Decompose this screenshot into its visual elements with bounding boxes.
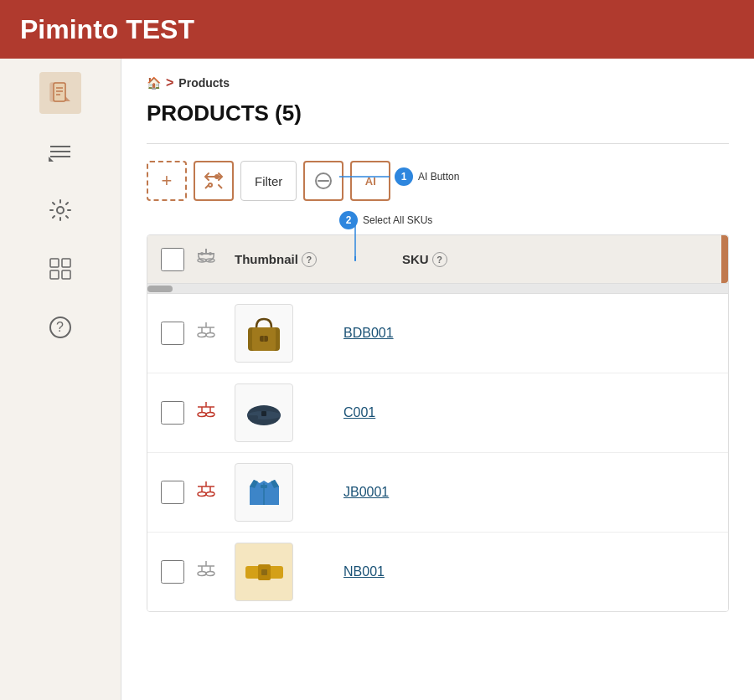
svg-rect-1	[54, 83, 65, 101]
table-section: 2 Select All SKUs	[147, 234, 729, 612]
sku-column-header: SKU ?	[402, 252, 715, 267]
scroll-indicator	[721, 235, 728, 283]
thumbnail-column-header: Thumbnail ?	[235, 252, 385, 267]
svg-rect-59	[261, 485, 267, 488]
sku-help-icon[interactable]: ?	[432, 252, 447, 267]
scrollbar-thumb[interactable]	[147, 286, 173, 292]
sku-link-bdb001[interactable]: BDB001	[343, 326, 394, 341]
table-row: BDB001	[147, 294, 728, 373]
breadcrumb-home[interactable]: 🏠	[147, 76, 161, 90]
annotation-number-2: 2	[339, 211, 358, 229]
horizontal-scrollbar[interactable]	[147, 284, 728, 294]
svg-rect-68	[261, 569, 267, 575]
svg-point-43	[206, 412, 214, 416]
svg-rect-11	[50, 259, 59, 267]
sidebar-item-products[interactable]	[39, 72, 81, 114]
thumbnail-bdb001	[235, 304, 293, 363]
divider	[147, 143, 729, 144]
svg-point-42	[198, 412, 206, 416]
sku-link-jb0001[interactable]: JB0001	[343, 485, 389, 500]
svg-rect-13	[50, 270, 59, 279]
thumbnail-label: Thumbnail	[235, 252, 298, 266]
compare-button[interactable]	[194, 161, 234, 201]
page-title: PRODUCTS (5)	[147, 100, 729, 126]
table-row: NB001	[147, 533, 728, 611]
svg-rect-48	[248, 415, 258, 419]
app-title: Piminto TEST	[20, 14, 194, 45]
annotation-label-1: AI Button	[418, 171, 459, 183]
row-checkbox-c001[interactable]	[161, 401, 184, 425]
select-all-annotation: 2 Select All SKUs	[339, 211, 432, 229]
sidebar-item-layers[interactable]	[39, 131, 81, 172]
annotation-arrow-3	[147, 492, 147, 493]
row-compare-icon-c001[interactable]	[194, 399, 218, 427]
sku-label: SKU	[402, 252, 429, 266]
main-layout: ? 🏠 > Products PRODUCTS (5) + Filter	[0, 59, 754, 700]
sidebar-item-settings[interactable]	[39, 189, 81, 231]
header-scale-icon	[194, 245, 218, 273]
ai-button-annotation: 1 AI Button	[339, 167, 459, 186]
sku-link-c001[interactable]: C001	[343, 405, 375, 420]
svg-rect-49	[261, 411, 266, 416]
svg-point-33	[206, 332, 214, 337]
filter-button[interactable]: Filter	[240, 161, 297, 201]
annotation-number-1: 1	[395, 167, 413, 186]
svg-point-62	[198, 571, 206, 575]
row-checkbox-jb0001[interactable]	[161, 481, 184, 504]
thumbnail-help-icon[interactable]: ?	[302, 252, 317, 267]
row-checkbox-bdb001[interactable]	[161, 322, 184, 345]
svg-marker-5	[65, 96, 70, 101]
main-content: 🏠 > Products PRODUCTS (5) + Filter	[121, 59, 754, 700]
svg-point-10	[57, 207, 64, 214]
breadcrumb: 🏠 > Products	[147, 75, 729, 90]
svg-point-26	[200, 252, 204, 255]
table-row: C001	[147, 373, 728, 453]
add-button[interactable]: +	[147, 161, 187, 201]
svg-point-63	[206, 571, 214, 575]
app-header: Piminto TEST	[0, 0, 754, 59]
svg-rect-14	[62, 270, 70, 279]
row-compare-icon-bdb001[interactable]	[194, 320, 218, 347]
svg-text:?: ?	[56, 320, 64, 334]
breadcrumb-separator: >	[166, 75, 173, 90]
svg-rect-12	[62, 259, 70, 267]
thumbnail-nb001	[235, 543, 293, 601]
sidebar: ?	[0, 59, 121, 700]
thumbnail-c001	[235, 383, 293, 442]
row-compare-icon-nb001[interactable]	[194, 558, 218, 586]
sku-link-nb001[interactable]: NB001	[343, 564, 385, 579]
breadcrumb-current: Products	[178, 76, 230, 90]
clear-button[interactable]	[303, 161, 343, 201]
svg-point-55	[206, 492, 214, 496]
thumbnail-jb0001	[235, 463, 293, 522]
sidebar-item-help[interactable]: ?	[39, 306, 81, 348]
svg-point-54	[198, 492, 206, 496]
sidebar-item-modules[interactable]	[39, 248, 81, 290]
table-row: Select Individual SKU 3	[147, 453, 728, 533]
select-all-checkbox[interactable]	[161, 248, 184, 271]
toolbar: + Filter AI	[147, 161, 729, 201]
row-compare-icon-jb0001[interactable]	[194, 479, 218, 507]
svg-marker-51	[147, 489, 147, 496]
table-header: Thumbnail ? SKU ?	[147, 235, 728, 284]
annotation-label-2: Select All SKUs	[363, 214, 432, 226]
row-checkbox-nb001[interactable]	[161, 560, 184, 584]
svg-point-27	[209, 252, 212, 255]
individual-sku-annotation: Select Individual SKU 3	[147, 483, 147, 502]
svg-point-17	[209, 183, 212, 187]
svg-point-32	[198, 332, 206, 337]
products-table: Thumbnail ? SKU ?	[147, 234, 729, 612]
